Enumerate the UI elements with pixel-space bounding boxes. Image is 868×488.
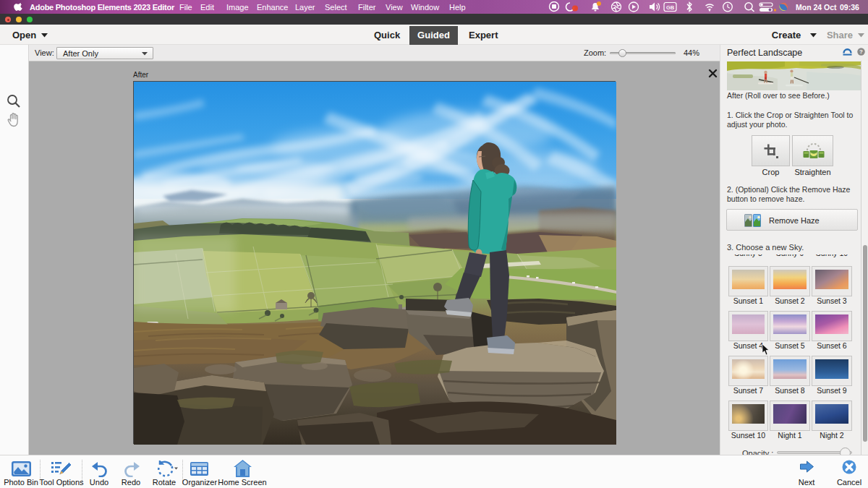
svg-text:?: ?	[859, 48, 863, 55]
svg-text:GB: GB	[666, 4, 675, 11]
